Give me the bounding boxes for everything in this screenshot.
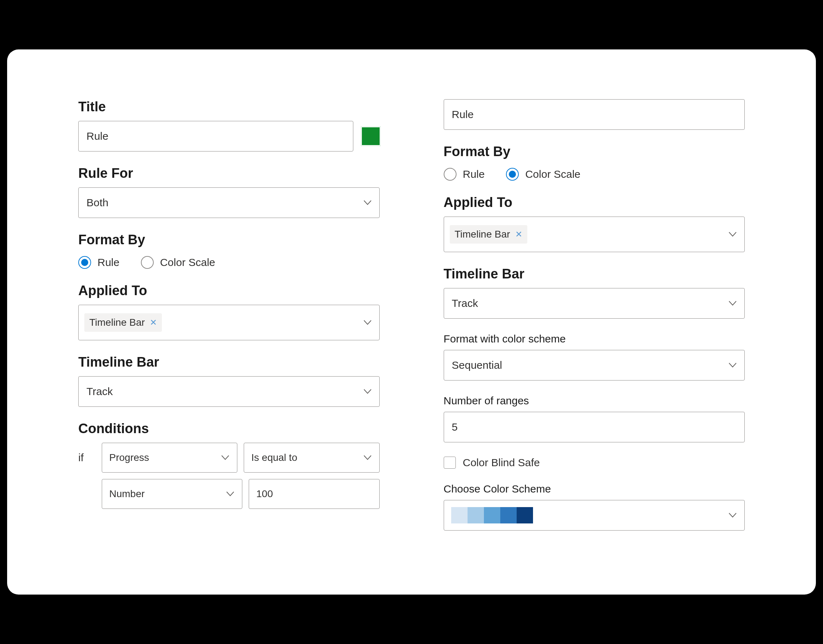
condition-operator-select[interactable]: Is equal to (244, 443, 379, 472)
scheme-color-4 (500, 507, 517, 523)
settings-panel: Title Rule Rule For Both Format By (7, 49, 816, 595)
chevron-down-icon (364, 455, 372, 460)
timeline-bar-value-right: Track (452, 297, 478, 310)
condition-type-select[interactable]: Number (102, 479, 242, 509)
title-input-right[interactable]: Rule (444, 99, 745, 130)
tag-text: Timeline Bar (89, 317, 145, 328)
applied-to-label-right: Applied To (444, 195, 745, 210)
tag-text-right: Timeline Bar (455, 228, 510, 240)
timeline-bar-field-right: Timeline Bar Track (444, 266, 745, 319)
chevron-down-icon (226, 491, 234, 497)
color-swatch[interactable] (362, 127, 380, 145)
timeline-bar-label-right: Timeline Bar (444, 266, 745, 282)
chevron-down-icon (729, 301, 737, 306)
color-blind-label: Color Blind Safe (463, 457, 540, 469)
chevron-down-icon (729, 363, 737, 368)
num-ranges-label: Number of ranges (444, 395, 745, 407)
format-by-rule-radio-right[interactable]: Rule (444, 168, 485, 181)
scheme-color-5 (517, 507, 533, 523)
title-input[interactable]: Rule (78, 121, 353, 152)
title-value-right: Rule (452, 109, 474, 121)
chevron-down-icon (364, 320, 372, 325)
condition-value-text: 100 (256, 488, 273, 500)
num-ranges-field: Number of ranges 5 (444, 395, 745, 442)
left-column: Title Rule Rule For Both Format By (78, 99, 380, 545)
format-scheme-field: Format with color scheme Sequential (444, 333, 745, 380)
condition-operator-value: Is equal to (251, 452, 297, 463)
num-ranges-input[interactable]: 5 (444, 412, 745, 442)
rule-for-label: Rule For (78, 166, 380, 181)
if-label: if (78, 452, 95, 464)
format-by-field-right: Format By Rule Color Scale (444, 144, 745, 181)
applied-to-field: Applied To Timeline Bar ✕ (78, 283, 380, 340)
radio-label-rule-right: Rule (463, 168, 485, 180)
right-column: Rule Format By Rule Color Scale Applied … (444, 99, 745, 545)
condition-field-value: Progress (109, 452, 149, 463)
title-input-value: Rule (86, 130, 109, 142)
timeline-bar-field: Timeline Bar Track (78, 354, 380, 407)
format-scheme-value: Sequential (452, 359, 502, 371)
title-field-right: Rule (444, 99, 745, 130)
condition-type-value: Number (109, 488, 145, 500)
radio-icon (506, 168, 519, 181)
chevron-down-icon (364, 200, 372, 205)
tag-remove-icon[interactable]: ✕ (150, 318, 157, 327)
num-ranges-value: 5 (452, 421, 458, 433)
radio-icon (444, 168, 456, 181)
rule-for-value: Both (86, 197, 109, 209)
timeline-bar-select[interactable]: Track (78, 376, 380, 407)
radio-icon (78, 256, 91, 269)
radio-icon (141, 256, 154, 269)
format-scheme-label: Format with color scheme (444, 333, 745, 345)
format-by-colorscale-radio-right[interactable]: Color Scale (506, 168, 580, 181)
applied-to-input-right[interactable]: Timeline Bar ✕ (444, 216, 745, 252)
applied-to-tag: Timeline Bar ✕ (84, 313, 162, 332)
condition-row-2: Number 100 (78, 479, 380, 509)
format-by-colorscale-radio[interactable]: Color Scale (141, 256, 215, 269)
format-by-radio-group-right: Rule Color Scale (444, 166, 745, 181)
color-blind-checkbox-row[interactable]: Color Blind Safe (444, 457, 745, 469)
choose-scheme-select[interactable] (444, 500, 745, 531)
timeline-bar-label: Timeline Bar (78, 354, 380, 370)
condition-value-input[interactable]: 100 (249, 479, 379, 509)
rule-for-select[interactable]: Both (78, 187, 380, 218)
chevron-down-icon (729, 513, 737, 518)
format-scheme-select[interactable]: Sequential (444, 350, 745, 380)
applied-to-field-right: Applied To Timeline Bar ✕ (444, 195, 745, 252)
format-by-field: Format By Rule Color Scale (78, 232, 380, 269)
radio-label-colorscale: Color Scale (160, 256, 215, 268)
scheme-color-2 (468, 507, 484, 523)
condition-row-1: if Progress Is equal to (78, 443, 380, 472)
scheme-color-1 (451, 507, 468, 523)
tag-remove-icon[interactable]: ✕ (515, 230, 522, 239)
radio-label-colorscale-right: Color Scale (525, 168, 580, 180)
format-by-label-right: Format By (444, 144, 745, 159)
conditions-field: Conditions if Progress Is equal to (78, 421, 380, 509)
applied-to-label: Applied To (78, 283, 380, 298)
choose-scheme-field: Choose Color Scheme (444, 483, 745, 531)
chevron-down-icon (364, 389, 372, 394)
format-by-radio-group: Rule Color Scale (78, 254, 380, 269)
applied-to-tag-right: Timeline Bar ✕ (450, 225, 527, 244)
rule-for-field: Rule For Both (78, 166, 380, 218)
applied-to-input[interactable]: Timeline Bar ✕ (78, 305, 380, 340)
title-label: Title (78, 99, 380, 115)
title-field: Title Rule (78, 99, 380, 152)
chevron-down-icon (221, 455, 229, 460)
timeline-bar-value: Track (86, 385, 113, 397)
scheme-color-3 (484, 507, 500, 523)
format-by-label: Format By (78, 232, 380, 247)
scheme-swatches (451, 507, 533, 523)
chevron-down-icon (729, 232, 737, 237)
condition-field-select[interactable]: Progress (102, 443, 237, 472)
radio-label-rule: Rule (97, 256, 120, 268)
format-by-rule-radio[interactable]: Rule (78, 256, 120, 269)
checkbox-icon (444, 457, 456, 469)
choose-scheme-label: Choose Color Scheme (444, 483, 745, 495)
timeline-bar-select-right[interactable]: Track (444, 288, 745, 319)
conditions-label: Conditions (78, 421, 380, 436)
